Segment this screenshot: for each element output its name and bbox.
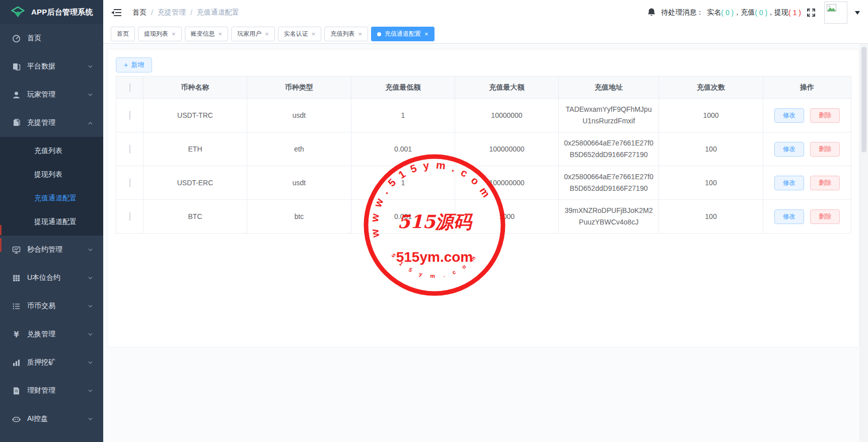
documents-icon bbox=[12, 118, 21, 127]
sidebar: APP后台管理系统 首页 平台数据 玩家管理 bbox=[0, 0, 103, 442]
cell-max-amount: 1000 bbox=[455, 200, 559, 234]
submenu-item-recharge-list[interactable]: 充值列表 bbox=[0, 139, 103, 163]
edit-button[interactable]: 修改 bbox=[774, 209, 804, 224]
chevron-up-icon bbox=[88, 120, 93, 126]
cell-coin-type: usdt bbox=[247, 166, 351, 200]
avatar[interactable] bbox=[824, 2, 847, 24]
delete-button[interactable]: 删除 bbox=[810, 108, 840, 123]
submenu-item-label: 提现通道配置 bbox=[34, 217, 77, 227]
sidebar-item-ai-control[interactable]: AI控盘 bbox=[0, 405, 103, 433]
tab-label: 账变信息 bbox=[191, 30, 215, 38]
cell-count: 1000 bbox=[659, 99, 763, 132]
realname-count: ( 0 ) bbox=[721, 9, 734, 17]
sidebar-item-deposit-withdraw[interactable]: 充提管理 bbox=[0, 109, 103, 137]
sidebar-item-label: 质押挖矿 bbox=[27, 358, 55, 367]
cell-coin-type: usdt bbox=[247, 99, 351, 132]
user-icon bbox=[12, 90, 21, 99]
breadcrumb-deposit-withdraw[interactable]: 充提管理 bbox=[158, 8, 186, 17]
tab-label: 玩家用户 bbox=[237, 30, 261, 38]
breadcrumb: 首页 / 充提管理 / 充值通道配置 bbox=[132, 8, 239, 17]
chevron-down-icon bbox=[88, 92, 93, 98]
sidebar-item-coin-trade[interactable]: 币币交易 bbox=[0, 292, 103, 320]
sidebar-toggle-icon[interactable] bbox=[111, 8, 122, 17]
app-logo[interactable]: APP后台管理系统 bbox=[0, 0, 103, 24]
tab-recharge-channel-config[interactable]: 充值通道配置× bbox=[371, 27, 435, 41]
vertical-scrollbar-thumb[interactable] bbox=[861, 47, 866, 153]
tab-close-icon[interactable]: × bbox=[265, 31, 269, 37]
sidebar-item-staking[interactable]: 质押挖矿 bbox=[0, 348, 103, 377]
tab-withdraw-list[interactable]: 提现列表× bbox=[138, 27, 182, 41]
bar-chart-icon bbox=[12, 358, 21, 367]
tab-account-changes[interactable]: 账变信息× bbox=[185, 27, 229, 41]
svg-text:¥: ¥ bbox=[14, 330, 19, 339]
plus-icon: + bbox=[124, 61, 128, 69]
delete-button[interactable]: 删除 bbox=[810, 209, 840, 224]
cell-actions: 修改删除 bbox=[763, 132, 851, 166]
submenu-item-recharge-channel-config[interactable]: 充值通道配置 bbox=[0, 186, 103, 210]
row-checkbox[interactable] bbox=[129, 111, 130, 120]
delete-button[interactable]: 删除 bbox=[810, 142, 840, 157]
sidebar-item-label: 秒合约管理 bbox=[27, 245, 62, 254]
sidebar-item-second-contract[interactable]: 秒合约管理 bbox=[0, 236, 103, 264]
sidebar-item-finance[interactable]: 理财管理 bbox=[0, 377, 103, 405]
submenu-item-withdraw-list[interactable]: 提现列表 bbox=[0, 163, 103, 186]
tab-close-icon[interactable]: × bbox=[358, 31, 362, 37]
main-content: + 新增 币种名称 币种类型 充值最低额 充值最大额 充值地址 bbox=[103, 44, 868, 442]
sidebar-item-label: 充提管理 bbox=[27, 118, 55, 127]
fullscreen-icon[interactable] bbox=[807, 8, 816, 17]
submenu-item-withdraw-channel-config[interactable]: 提现通道配置 bbox=[0, 210, 103, 234]
cell-max-amount: 100000000 bbox=[455, 166, 559, 200]
add-button[interactable]: + 新增 bbox=[116, 57, 152, 72]
breadcrumb-home[interactable]: 首页 bbox=[132, 8, 147, 17]
row-checkbox[interactable] bbox=[129, 144, 130, 154]
col-count: 充值次数 bbox=[659, 77, 763, 99]
tab-close-icon[interactable]: × bbox=[312, 31, 316, 37]
select-all-checkbox[interactable] bbox=[129, 83, 130, 92]
tab-home[interactable]: 首页 bbox=[111, 27, 135, 41]
submenu-item-label: 充值通道配置 bbox=[34, 194, 77, 203]
table-row: BTC btc 0.001 1000 39mXNZRoDPUFjBJoK2M2P… bbox=[116, 200, 851, 234]
edit-button[interactable]: 修改 bbox=[774, 108, 804, 123]
submenu-item-label: 充值列表 bbox=[34, 146, 62, 156]
chevron-down-icon bbox=[88, 332, 93, 337]
breadcrumb-current: 充值通道配置 bbox=[197, 8, 239, 17]
sidebar-item-home[interactable]: 首页 bbox=[0, 24, 103, 52]
tab-recharge-list[interactable]: 充值列表× bbox=[324, 27, 368, 41]
cell-actions: 修改删除 bbox=[763, 166, 851, 200]
recharge-count: ( 0 ) bbox=[755, 9, 767, 17]
list-icon bbox=[12, 302, 21, 311]
sidebar-item-player-management[interactable]: 玩家管理 bbox=[0, 81, 103, 109]
tab-close-icon[interactable]: × bbox=[424, 31, 428, 37]
delete-button[interactable]: 删除 bbox=[810, 176, 840, 190]
col-coin-name: 币种名称 bbox=[143, 77, 247, 99]
realname-label: 实名 bbox=[707, 8, 721, 17]
bell-icon[interactable] bbox=[647, 8, 656, 17]
document-icon bbox=[12, 386, 21, 395]
row-checkbox[interactable] bbox=[129, 212, 130, 221]
tab-real-name-auth[interactable]: 实名认证× bbox=[278, 27, 322, 41]
sidebar-item-platform-data[interactable]: 平台数据 bbox=[0, 52, 103, 81]
edit-button[interactable]: 修改 bbox=[774, 176, 804, 190]
cell-min-amount: 1 bbox=[351, 99, 455, 132]
sidebar-item-label: U本位合约 bbox=[27, 273, 60, 282]
tab-close-icon[interactable]: × bbox=[172, 31, 176, 37]
col-max-amount: 充值最大额 bbox=[455, 77, 559, 99]
tabbar: 首页 提现列表× 账变信息× 玩家用户× 实名认证× 充值列表× 充值通道配置× bbox=[103, 25, 868, 44]
tab-label: 充值通道配置 bbox=[385, 30, 421, 38]
cell-min-amount: 0.001 bbox=[351, 132, 455, 166]
channel-table: 币种名称 币种类型 充值最低额 充值最大额 充值地址 充值次数 操作 USDT-… bbox=[116, 76, 851, 234]
edit-button[interactable]: 修改 bbox=[774, 142, 804, 157]
table-row: USDT-TRC usdt 1 10000000 TADEwxamYyfF9QF… bbox=[116, 99, 851, 132]
sidebar-item-label: 兑换管理 bbox=[27, 330, 55, 339]
active-tab-dot bbox=[377, 32, 381, 36]
col-min-amount: 充值最低额 bbox=[351, 77, 455, 99]
sidebar-item-u-contract[interactable]: U本位合约 bbox=[0, 264, 103, 292]
user-menu-caret-icon[interactable] bbox=[855, 11, 860, 17]
tab-player-users[interactable]: 玩家用户× bbox=[231, 27, 275, 41]
row-checkbox[interactable] bbox=[129, 178, 130, 187]
cell-address: 0x25800664aE7e7661E27f0B5D652ddD9166F271… bbox=[559, 132, 659, 166]
sidebar-item-exchange[interactable]: ¥ 兑换管理 bbox=[0, 320, 103, 348]
cell-max-amount: 10000000 bbox=[455, 99, 559, 132]
table-header-row: 币种名称 币种类型 充值最低额 充值最大额 充值地址 充值次数 操作 bbox=[116, 77, 851, 99]
tab-close-icon[interactable]: × bbox=[219, 31, 223, 37]
